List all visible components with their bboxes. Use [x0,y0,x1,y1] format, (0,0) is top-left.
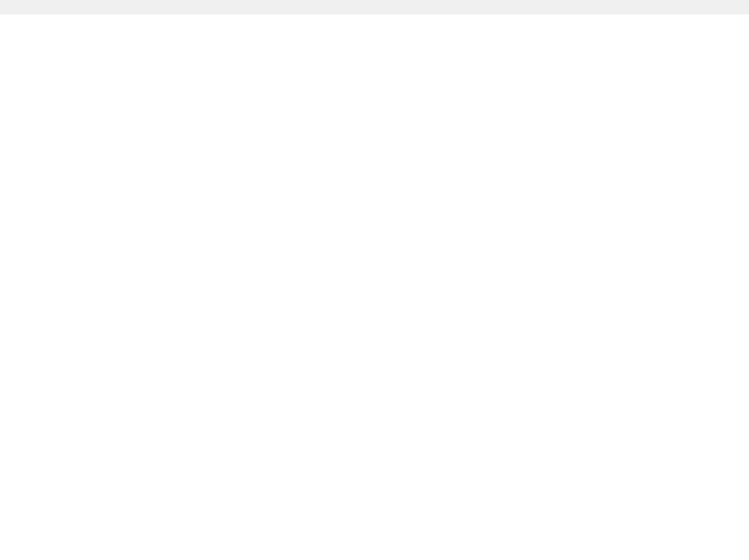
gear-icon[interactable] [697,13,707,23]
fold-icon[interactable] [25,2,26,12]
code-line[interactable] [31,1,749,13]
run-above-icon[interactable] [713,13,723,23]
run-chunk-icon[interactable] [728,13,739,23]
line-number [0,1,31,13]
chunk-toolbar [697,13,739,23]
code-editor[interactable] [0,0,749,14]
